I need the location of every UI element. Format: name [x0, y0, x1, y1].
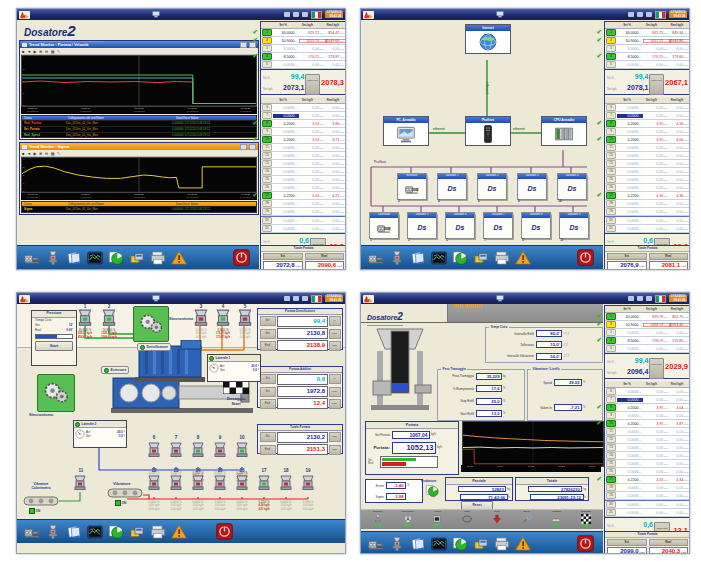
legend-row[interactable]: SigmaDos_01Dos_01_Var_Mon0,000000 17/12/…: [22, 206, 256, 212]
feeder-icon[interactable]: [235, 442, 249, 458]
dosing-row[interactable]: 120,0000%0,00kg/h0,00kg/h: [605, 436, 690, 444]
start-button[interactable]: Start: [35, 341, 73, 351]
network-node[interactable]: Internet: [465, 24, 511, 54]
dosing-row[interactable]: ✔100,2000%3,95kg/h3,87kg/h: [605, 420, 690, 428]
maximize-button[interactable]: [240, 144, 247, 150]
machine-bar-item[interactable]: MiscelatoreStart: [393, 511, 423, 527]
sincronismo-box-2[interactable]: [37, 374, 75, 412]
chart-tool-button[interactable]: ▦: [51, 49, 55, 54]
dosing-row[interactable]: 180,0000%0,00kg/h0,00kg/h: [605, 200, 690, 208]
dosing-row[interactable]: 110,0000%0,00kg/h0,00kg/h: [605, 144, 690, 152]
dosing-row[interactable]: 50,0000%0,00kg/h0,00kg/h: [261, 61, 346, 69]
docs-icon[interactable]: [410, 536, 426, 552]
feeder-icon[interactable]: [213, 442, 227, 458]
chart-tool-button[interactable]: ▶: [33, 49, 36, 54]
printer-icon[interactable]: [302, 12, 308, 17]
machine-bar-item[interactable]: Allarmi0Start: [423, 511, 453, 527]
dosing-row[interactable]: 50,0000%0,00kg/h0,00kg/h: [605, 61, 690, 69]
devices-icon[interactable]: [293, 296, 299, 301]
machine-bar-item[interactable]: Refill: [482, 511, 512, 527]
trend-icon[interactable]: [431, 250, 447, 266]
dosing-row[interactable]: 160,0000%0,00kg/h0,00kg/h: [605, 468, 690, 476]
dosing-row[interactable]: 200,0000%0,00kg/h0,00kg/h: [261, 216, 346, 225]
feeder-icon[interactable]: [169, 442, 183, 458]
printer-icon[interactable]: [646, 12, 652, 17]
device-node[interactable]: Dosatore 9Ds11: [559, 212, 589, 239]
dosing-row[interactable]: ✔170,2200%4,33kg/h4,21kg/h: [261, 192, 346, 200]
dosing-row[interactable]: 210,0000%0,00kg/h0,00kg/h: [605, 509, 690, 517]
field-input[interactable]: -7,21: [554, 404, 582, 411]
chart-tool-button[interactable]: ⊖: [45, 151, 48, 156]
dosing-row[interactable]: ✔48,5000%178,19kg/h175,85kg/h: [605, 337, 690, 345]
hopper-icon[interactable]: [101, 309, 117, 327]
dosing-row[interactable]: 60,0000%0,00kg/h0,00kg/h: [605, 388, 690, 396]
emergency-stop-button[interactable]: [215, 523, 234, 540]
pie-icon[interactable]: [452, 536, 468, 552]
chart-tool-button[interactable]: ◄: [27, 49, 31, 54]
chart-tool-button[interactable]: ■: [22, 49, 24, 54]
dosing-row[interactable]: 180,0000%0,00kg/h0,00kg/h: [261, 200, 346, 208]
colorimetro-on-toggle[interactable]: ON: [29, 508, 40, 514]
dosing-row[interactable]: 90,0000%0,00kg/h0,00kg/h: [605, 412, 690, 420]
comm-icon[interactable]: [284, 296, 290, 301]
trend-icon[interactable]: [87, 524, 103, 540]
oblo-icon[interactable]: [462, 514, 472, 524]
trend-window-titlebar[interactable]: Trend Monitor : Portata / Velocità: [20, 41, 258, 48]
vibratore-on-toggle[interactable]: ON: [115, 500, 126, 506]
dosing-row[interactable]: 210,0000%0,00kg/h0,00kg/h: [605, 225, 690, 233]
device-node[interactable]: Dosatore 4Ds10: [557, 173, 587, 200]
dosing-row[interactable]: 200,0000%0,00kg/h0,00kg/h: [605, 216, 690, 225]
hopper-icon[interactable]: [237, 309, 253, 327]
dosing-row[interactable]: 190,0000%0,00kg/h0,00kg/h: [261, 208, 346, 216]
field-input[interactable]: 35,229: [476, 373, 502, 380]
archive-icon[interactable]: [473, 250, 489, 266]
dosing-row[interactable]: 130,0000%0,00kg/h0,00kg/h: [605, 160, 690, 168]
real-flow-button[interactable]: Real kg/h: [649, 358, 664, 379]
trend-icon[interactable]: [431, 536, 447, 552]
printer-icon[interactable]: [646, 296, 652, 301]
chart-tool-button[interactable]: ✎: [57, 151, 60, 156]
dosing-row[interactable]: 150,0000%0,00kg/h0,00kg/h: [605, 460, 690, 468]
emergency-stop-button[interactable]: [576, 249, 595, 266]
dosing-row[interactable]: 140,0000%0,00kg/h0,00kg/h: [605, 168, 690, 176]
dosing-row[interactable]: 190,0000%0,00kg/h0,00kg/h: [605, 492, 690, 500]
doser-icon[interactable]: [45, 524, 61, 540]
hopper-icon[interactable]: [193, 309, 209, 327]
dosing-row[interactable]: 70.0000%0,00kg/h0,00kg/h: [605, 112, 690, 120]
device-node[interactable]: Dosatore 6Ds5: [445, 212, 475, 239]
devices-icon[interactable]: [293, 12, 299, 17]
dosing-row[interactable]: ✔250,9000%1057,25kg/h1044,80kg/h: [605, 37, 690, 45]
device-node[interactable]: Dosatore 7Ds7: [483, 212, 513, 239]
dosing-row[interactable]: 90,0000%0,00kg/h0,00kg/h: [261, 128, 346, 136]
feeder-icon[interactable]: [73, 475, 87, 491]
emergency-stop-button[interactable]: [232, 249, 251, 266]
dosing-row[interactable]: 130,0000%0,00kg/h0,00kg/h: [261, 160, 346, 168]
chart-tool-button[interactable]: ■: [22, 151, 24, 156]
emergency-stop-button[interactable]: [576, 535, 595, 552]
feeder-icon[interactable]: [301, 475, 315, 491]
device-node[interactable]: Dosatore 8Ds9: [521, 212, 551, 239]
language-flag-icon[interactable]: [311, 11, 322, 19]
field-input[interactable]: 17,6: [476, 385, 502, 392]
extruder-icon[interactable]: [24, 250, 40, 266]
dosing-row[interactable]: 60,0000%0,00kg/h0,00kg/h: [605, 104, 690, 112]
trend-window-titlebar[interactable]: Trend Monitor : Sigma: [20, 143, 258, 150]
real-flow-button[interactable]: Real kg/h: [305, 74, 320, 95]
network-node[interactable]: Profinet: [465, 116, 511, 146]
feeder-icon[interactable]: [191, 475, 205, 491]
dosing-row[interactable]: 30,0000%0,00kg/h0,00kg/h: [261, 45, 346, 53]
print-icon[interactable]: [150, 250, 166, 266]
feeder-icon[interactable]: [279, 475, 293, 491]
chart-tool-button[interactable]: ◄: [27, 151, 31, 156]
pie-icon[interactable]: [108, 250, 124, 266]
dosing-row[interactable]: 130,0000%0,00kg/h0,00kg/h: [605, 444, 690, 452]
archive-icon[interactable]: [129, 524, 145, 540]
machine-bar-item[interactable]: Oblo: [452, 511, 482, 527]
dosing-row[interactable]: 30,0000%0,00kg/h0,00kg/h: [605, 329, 690, 337]
extruder-icon[interactable]: [368, 250, 384, 266]
network-node[interactable]: CPU Armadio: [541, 116, 587, 146]
real-flow-button[interactable]: Real kg/h: [649, 74, 664, 95]
field-input[interactable]: 25,0: [476, 398, 502, 405]
field-input[interactable]: 13,0: [476, 410, 502, 417]
dosing-row[interactable]: ✔80,2000%3,95kg/h4,16kg/h: [605, 120, 690, 128]
